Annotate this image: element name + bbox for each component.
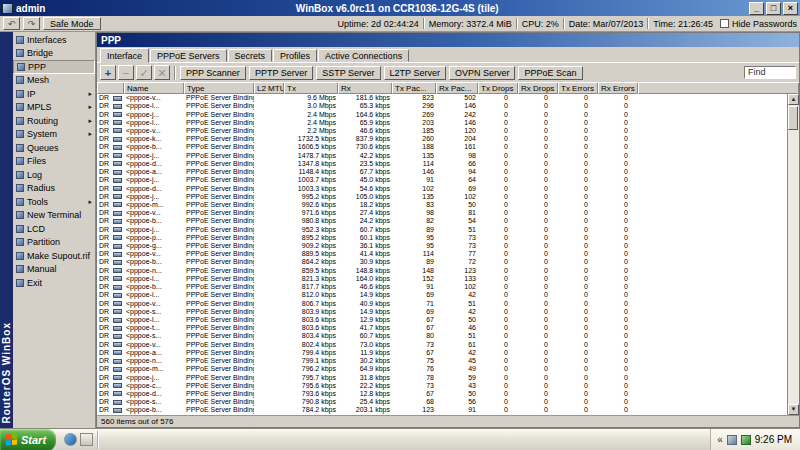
sidebar-item-files[interactable]: Files: [13, 155, 95, 169]
tab-pppoe-servers[interactable]: PPPoE Servers: [150, 49, 227, 62]
table-row[interactable]: DR<pppoe-j...PPPoE Server Binding795.7 k…: [97, 373, 787, 381]
table-row[interactable]: DR<pppoe-j...PPPoE Server Binding995.2 k…: [97, 193, 787, 201]
column-header-tx-drops[interactable]: Tx Drops: [478, 83, 518, 94]
table-row[interactable]: DR<pppoe-p...PPPoE Server Binding895.2 k…: [97, 234, 787, 242]
hide-passwords-checkbox[interactable]: Hide Passwords: [720, 19, 797, 29]
table-row[interactable]: DR<pppoe-d...PPPoE Server Binding793.6 k…: [97, 390, 787, 398]
start-button[interactable]: Start: [0, 429, 56, 450]
pppoe-scan-button[interactable]: PPPoE Scan: [518, 66, 582, 80]
table-row[interactable]: DR<pppoe-b...PPPoE Server Binding864.2 k…: [97, 258, 787, 266]
sidebar-item-make-supout-rif[interactable]: Make Supout.rif: [13, 249, 95, 263]
column-header-rx-drops[interactable]: Rx Drops: [518, 83, 558, 94]
scroll-down-icon[interactable]: ▼: [788, 404, 799, 415]
table-row[interactable]: DR<pppoe-m...PPPoE Server Binding992.6 k…: [97, 201, 787, 209]
scroll-thumb[interactable]: [788, 106, 798, 130]
table-row[interactable]: DR<pppoe-n...PPPoE Server Binding799.1 k…: [97, 357, 787, 365]
column-header-name[interactable]: Name: [124, 83, 184, 94]
sidebar-item-ppp[interactable]: PPP: [13, 60, 95, 74]
enable-icon[interactable]: ✓: [136, 65, 152, 80]
table-row[interactable]: DR<pppoe-a...PPPoE Server Binding1148.4 …: [97, 168, 787, 176]
tray-chevron-icon[interactable]: «: [717, 430, 723, 450]
table-row[interactable]: DR<pppoe-v...PPPoE Server Binding889.5 k…: [97, 250, 787, 258]
sidebar-item-partition[interactable]: Partition: [13, 236, 95, 250]
table-row[interactable]: DR<pppoe-j...PPPoE Server Binding1003.7 …: [97, 176, 787, 184]
sidebar-item-mpls[interactable]: MPLS▸: [13, 101, 95, 115]
table-row[interactable]: DR<pppoe-l...PPPoE Server Binding803.6 k…: [97, 316, 787, 324]
sidebar-item-mesh[interactable]: Mesh: [13, 74, 95, 88]
table-row[interactable]: DR<pppoe-b...PPPoE Server Binding817.7 k…: [97, 283, 787, 291]
column-header-flags[interactable]: [97, 83, 124, 94]
sidebar-item-tools[interactable]: Tools▸: [13, 195, 95, 209]
table-row[interactable]: DR<pppoe-v...PPPoE Server Binding806.7 k…: [97, 299, 787, 307]
column-header-rx-pac[interactable]: Rx Pac...: [436, 83, 478, 94]
sidebar-item-interfaces[interactable]: Interfaces: [13, 33, 95, 47]
volume-icon[interactable]: [727, 435, 737, 445]
maximize-button[interactable]: □: [766, 2, 781, 15]
sidebar-item-radius[interactable]: Radius: [13, 182, 95, 196]
tab-interface[interactable]: Interface: [100, 48, 149, 63]
redo-icon[interactable]: ↷: [23, 17, 40, 30]
table-row[interactable]: DR<pppoe-i...PPPoE Server Binding812.0 k…: [97, 291, 787, 299]
ppp-window-titlebar[interactable]: PPP: [97, 33, 799, 47]
table-row[interactable]: DR<pppoe-l...PPPoE Server Binding821.3 k…: [97, 275, 787, 283]
pptp-server-button[interactable]: PPTP Server: [249, 66, 313, 80]
find-input[interactable]: Find: [744, 66, 796, 79]
table-row[interactable]: DR<pppoe-v...PPPoE Server Binding802.4 k…: [97, 341, 787, 349]
sidebar-item-exit[interactable]: Exit: [13, 276, 95, 290]
table-row[interactable]: DR<pppoe-j...PPPoE Server Binding1478.7 …: [97, 152, 787, 160]
sidebar-item-bridge[interactable]: Bridge: [13, 47, 95, 61]
table-row[interactable]: DR<pppoe-j...PPPoE Server Binding952.3 k…: [97, 226, 787, 234]
table-row[interactable]: DR<pppoe-l...PPPoE Server Binding3.0 Mbp…: [97, 102, 787, 110]
table-row[interactable]: DR<pppoe-l...PPPoE Server Binding2.4 Mbp…: [97, 119, 787, 127]
sidebar-item-routing[interactable]: Routing▸: [13, 114, 95, 128]
sidebar-item-new-terminal[interactable]: New Terminal: [13, 209, 95, 223]
column-header-rx[interactable]: Rx: [338, 83, 392, 94]
remove-icon[interactable]: −: [118, 65, 134, 80]
table-row[interactable]: DR<pppoe-g...PPPoE Server Binding909.2 k…: [97, 242, 787, 250]
table-row[interactable]: DR<pppoe-d...PPPoE Server Binding1003.3 …: [97, 184, 787, 192]
tab-active-connections[interactable]: Active Connections: [318, 49, 409, 62]
table-row[interactable]: DR<pppoe-s...PPPoE Server Binding803.9 k…: [97, 308, 787, 316]
table-row[interactable]: DR<pppoe-a...PPPoE Server Binding799.4 k…: [97, 349, 787, 357]
table-row[interactable]: DR<pppoe-v...PPPoE Server Binding971.6 k…: [97, 209, 787, 217]
ovpn-server-button[interactable]: OVPN Server: [449, 66, 516, 80]
sidebar-item-lcd[interactable]: LCD: [13, 222, 95, 236]
column-header-type[interactable]: Type: [184, 83, 254, 94]
minimize-button[interactable]: _: [749, 2, 764, 15]
vertical-scrollbar[interactable]: ▲ ▼: [787, 94, 799, 415]
undo-icon[interactable]: ↶: [3, 17, 20, 30]
network-icon[interactable]: [741, 435, 751, 445]
table-row[interactable]: DR<pppoe-v...PPPoE Server Binding9.6 Mbp…: [97, 94, 787, 102]
sidebar-item-system[interactable]: System▸: [13, 128, 95, 142]
table-row[interactable]: DR<pppoe-k...PPPoE Server Binding1732.5 …: [97, 135, 787, 143]
browser-icon[interactable]: [64, 433, 77, 446]
checkbox-icon[interactable]: [720, 19, 729, 28]
sidebar-item-ip[interactable]: IP▸: [13, 87, 95, 101]
scroll-track[interactable]: [788, 105, 799, 404]
table-row[interactable]: DR<pppoe-n...PPPoE Server Binding859.5 k…: [97, 267, 787, 275]
sidebar-item-queues[interactable]: Queues: [13, 141, 95, 155]
add-icon[interactable]: +: [100, 65, 116, 80]
table-row[interactable]: DR<pppoe-t...PPPoE Server Binding803.6 k…: [97, 324, 787, 332]
table-row[interactable]: DR<pppoe-b...PPPoE Server Binding980.8 k…: [97, 217, 787, 225]
scroll-up-icon[interactable]: ▲: [788, 94, 799, 105]
table-row[interactable]: DR<pppoe-b...PPPoE Server Binding784.2 k…: [97, 406, 787, 414]
table-row[interactable]: DR<pppoe-j...PPPoE Server Binding2.4 Mbp…: [97, 110, 787, 118]
column-header-tx[interactable]: Tx: [284, 83, 338, 94]
table-row[interactable]: DR<pppoe-m...PPPoE Server Binding796.2 k…: [97, 365, 787, 373]
sidebar-item-manual[interactable]: Manual: [13, 263, 95, 277]
column-header-tx-pac[interactable]: Tx Pac...: [392, 83, 436, 94]
sstp-server-button[interactable]: SSTP Server: [316, 66, 380, 80]
table-row[interactable]: DR<pppoe-d...PPPoE Server Binding1347.8 …: [97, 160, 787, 168]
disable-icon[interactable]: ✕: [154, 65, 170, 80]
table-row[interactable]: DR<pppoe-s...PPPoE Server Binding803.4 k…: [97, 332, 787, 340]
column-header-l2-mtu[interactable]: L2 MTU: [254, 83, 284, 94]
ppp-scanner-button[interactable]: PPP Scanner: [180, 66, 246, 80]
l2tp-server-button[interactable]: L2TP Server: [384, 66, 446, 80]
table-row[interactable]: DR<pppoe-b...PPPoE Server Binding1606.5 …: [97, 143, 787, 151]
table-row[interactable]: DR<pppoe-s...PPPoE Server Binding790.8 k…: [97, 398, 787, 406]
tab-secrets[interactable]: Secrets: [228, 49, 273, 62]
close-button[interactable]: ×: [783, 2, 798, 15]
safe-mode-button[interactable]: Safe Mode: [43, 17, 101, 30]
column-header-rx-errors[interactable]: Rx Errors: [598, 83, 638, 94]
